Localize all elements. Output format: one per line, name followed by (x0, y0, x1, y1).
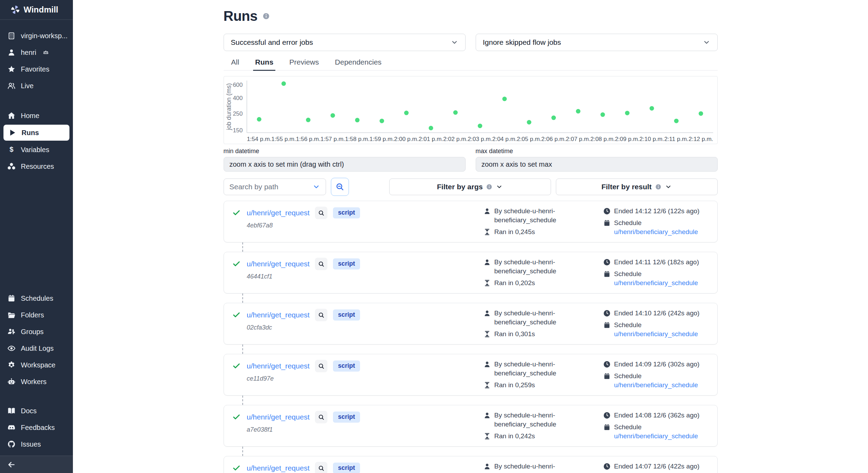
job-kind-select[interactable]: Successful and error jobs (224, 34, 466, 51)
run-card[interactable]: u/henri/get_request script 4ebf67a8 By s… (224, 201, 718, 242)
book-icon (7, 406, 16, 415)
magnifier-icon (318, 312, 325, 318)
sidebar-item-feedbacks[interactable]: Feedbacks (0, 419, 73, 436)
tab-dependencies[interactable]: Dependencies (333, 56, 384, 71)
magnifier-icon (318, 414, 325, 421)
min-datetime-input[interactable] (224, 157, 466, 172)
person-icon (483, 309, 491, 317)
sidebar-item-variables[interactable]: $ Variables (0, 141, 73, 158)
tab-label: Dependencies (335, 58, 382, 66)
schedule-link[interactable]: u/henri/beneficiary_schedule (614, 228, 698, 235)
run-path-link[interactable]: u/henri/get_request (247, 362, 310, 370)
windmill-logo[interactable]: Windmill (0, 0, 73, 20)
run-search-button[interactable] (315, 462, 327, 473)
robot-icon (7, 377, 16, 386)
sidebar-item-workspace[interactable]: Workspace (0, 357, 73, 373)
schedule-link[interactable]: u/henri/beneficiary_schedule (614, 381, 698, 389)
filter-by-args-button[interactable]: Filter by args (389, 179, 551, 195)
calendar-icon (603, 219, 611, 227)
run-path-link[interactable]: u/henri/get_request (247, 464, 310, 472)
run-card[interactable]: u/henri/get_request script a7e038f1 By s… (224, 405, 718, 447)
sidebar-item-folders[interactable]: Folders (0, 307, 73, 323)
filter-by-result-button[interactable]: Filter by result (556, 179, 718, 195)
chart-point[interactable] (478, 124, 482, 128)
run-schedule-line: Schedule u/henri/beneficiary_schedule (614, 372, 709, 390)
schedule-link[interactable]: u/henri/beneficiary_schedule (614, 279, 698, 287)
run-card[interactable]: u/henri/get_request script 46441cf1 By s… (224, 252, 718, 293)
chart-point[interactable] (502, 97, 507, 101)
run-search-button[interactable] (315, 360, 327, 372)
info-icon (655, 184, 661, 190)
run-card[interactable]: u/henri/get_request script 02cfa3dc By s… (224, 303, 718, 345)
chart-point[interactable] (527, 120, 531, 125)
tab-previews[interactable]: Previews (287, 56, 321, 71)
x-tick-label: 2:02 p.m. (443, 136, 468, 142)
sidebar-item-resources[interactable]: Resources (0, 158, 73, 175)
run-search-button[interactable] (315, 258, 327, 270)
sidebar-item-henri[interactable]: henri (0, 44, 73, 61)
chart-point[interactable] (330, 113, 335, 118)
search-by-path-select[interactable]: Search by path (224, 179, 326, 195)
run-path-link[interactable]: u/henri/get_request (247, 209, 310, 217)
zoom-out-search-button[interactable] (331, 178, 349, 196)
run-card[interactable]: u/henri/get_request script d2048d63 By s… (224, 456, 718, 473)
chart-point[interactable] (576, 109, 580, 114)
job-kind-select-value: Successful and error jobs (231, 38, 313, 47)
chart-point[interactable] (355, 118, 359, 122)
schedule-link[interactable]: u/henri/beneficiary_schedule (614, 330, 698, 338)
sidebar-item-runs[interactable]: Runs (3, 125, 69, 141)
max-datetime-input[interactable] (476, 157, 718, 172)
y-tick-label: 250 (233, 110, 242, 117)
chart-point[interactable] (625, 111, 629, 115)
skipped-flow-select[interactable]: Ignore skipped flow jobs (476, 34, 718, 51)
info-icon[interactable] (262, 13, 270, 20)
magnifier-icon (318, 210, 325, 216)
tab-all[interactable]: All (229, 56, 241, 71)
sidebar-item-groups[interactable]: Groups (0, 323, 73, 340)
person-icon (483, 360, 491, 368)
chart-point[interactable] (428, 126, 433, 130)
run-id: 02cfa3dc (247, 324, 360, 331)
schedule-link[interactable]: u/henri/beneficiary_schedule (614, 432, 698, 440)
sidebar-item-docs[interactable]: Docs (0, 403, 73, 419)
run-search-button[interactable] (315, 309, 327, 321)
run-search-button[interactable] (315, 207, 327, 219)
chart-point[interactable] (404, 111, 408, 115)
timeline-connector (242, 242, 243, 252)
chart-point[interactable] (453, 110, 458, 115)
success-check-icon (232, 362, 241, 370)
job-duration-chart[interactable]: 600400250150job duration (ms)1:54 p.m.1:… (224, 76, 718, 144)
sidebar-item-favorites[interactable]: Favorites (0, 61, 73, 77)
collapse-sidebar-button[interactable] (7, 459, 18, 470)
run-ended-at: Ended 14:10 12/6 (242s ago) (614, 309, 700, 318)
magnifier-icon (318, 261, 325, 267)
sidebar-item-issues[interactable]: Issues (0, 436, 73, 453)
sidebar-item-live[interactable]: Live (0, 77, 73, 94)
run-path-link[interactable]: u/henri/get_request (247, 311, 310, 319)
chart-point[interactable] (649, 106, 654, 110)
run-card[interactable]: u/henri/get_request script ce11d97e By s… (224, 354, 718, 396)
sidebar-item-home[interactable]: Home (0, 107, 73, 124)
sidebar-item-workers[interactable]: Workers (0, 373, 73, 390)
tab-runs[interactable]: Runs (253, 56, 276, 71)
chart-point[interactable] (699, 111, 703, 116)
page-title: Runs (224, 8, 258, 24)
run-path-link[interactable]: u/henri/get_request (247, 413, 310, 421)
chart-point[interactable] (379, 119, 384, 123)
run-path-link[interactable]: u/henri/get_request (247, 260, 310, 268)
timeline-connector (242, 293, 243, 303)
chart-point[interactable] (600, 113, 605, 117)
chart-point[interactable] (281, 81, 286, 86)
chart-point[interactable] (306, 118, 310, 122)
chart-point[interactable] (551, 116, 556, 120)
chart-point[interactable] (257, 117, 261, 122)
sidebar-item-virgin-worksp[interactable]: virgin-worksp... (0, 27, 73, 44)
eye-icon (7, 344, 16, 353)
run-search-button[interactable] (315, 411, 327, 423)
sidebar-item-audit-logs[interactable]: Audit Logs (0, 340, 73, 357)
x-tick-label: 1:58 p.m. (345, 136, 369, 142)
skipped-flow-select-value: Ignore skipped flow jobs (483, 38, 561, 47)
y-tick-label: 400 (233, 95, 242, 101)
chart-point[interactable] (674, 119, 678, 123)
sidebar-item-schedules[interactable]: Schedules (0, 290, 73, 307)
